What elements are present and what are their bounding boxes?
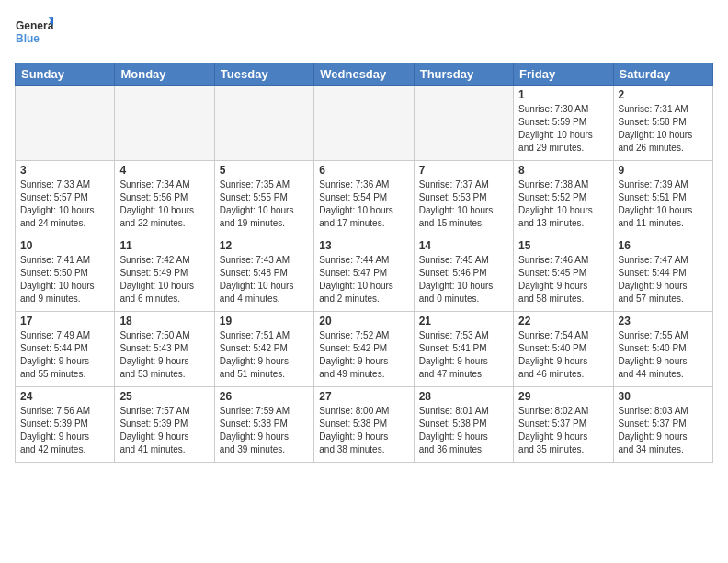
day-cell bbox=[414, 86, 513, 161]
day-cell: 9Sunrise: 7:39 AM Sunset: 5:51 PM Daylig… bbox=[613, 161, 712, 236]
week-row-3: 10Sunrise: 7:41 AM Sunset: 5:50 PM Dayli… bbox=[16, 236, 713, 312]
day-info: Sunrise: 7:52 AM Sunset: 5:42 PM Dayligh… bbox=[319, 329, 408, 381]
day-cell: 7Sunrise: 7:37 AM Sunset: 5:53 PM Daylig… bbox=[414, 161, 513, 236]
day-number: 28 bbox=[419, 390, 508, 403]
day-cell bbox=[16, 86, 115, 161]
day-number: 17 bbox=[20, 315, 109, 327]
calendar-table: SundayMondayTuesdayWednesdayThursdayFrid… bbox=[15, 63, 713, 463]
day-number: 3 bbox=[20, 164, 109, 177]
day-info: Sunrise: 8:00 AM Sunset: 5:38 PM Dayligh… bbox=[319, 405, 408, 456]
day-number: 16 bbox=[619, 239, 708, 252]
day-number: 25 bbox=[119, 390, 209, 403]
day-cell: 19Sunrise: 7:51 AM Sunset: 5:42 PM Dayli… bbox=[214, 312, 313, 387]
day-cell: 11Sunrise: 7:42 AM Sunset: 5:49 PM Dayli… bbox=[115, 236, 214, 312]
day-number: 21 bbox=[419, 315, 508, 327]
day-cell: 24Sunrise: 7:56 AM Sunset: 5:39 PM Dayli… bbox=[16, 387, 115, 463]
header: General Blue bbox=[15, 15, 713, 53]
day-info: Sunrise: 7:59 AM Sunset: 5:38 PM Dayligh… bbox=[220, 405, 309, 456]
day-info: Sunrise: 7:33 AM Sunset: 5:57 PM Dayligh… bbox=[20, 178, 109, 230]
day-cell: 3Sunrise: 7:33 AM Sunset: 5:57 PM Daylig… bbox=[16, 161, 115, 236]
day-info: Sunrise: 7:31 AM Sunset: 5:58 PM Dayligh… bbox=[619, 103, 708, 155]
day-number: 19 bbox=[220, 315, 309, 327]
day-number: 2 bbox=[619, 88, 708, 101]
day-number: 23 bbox=[619, 315, 708, 327]
day-cell: 14Sunrise: 7:45 AM Sunset: 5:46 PM Dayli… bbox=[414, 236, 513, 312]
day-info: Sunrise: 8:02 AM Sunset: 5:37 PM Dayligh… bbox=[518, 405, 608, 456]
day-cell: 20Sunrise: 7:52 AM Sunset: 5:42 PM Dayli… bbox=[314, 312, 414, 387]
day-info: Sunrise: 7:45 AM Sunset: 5:46 PM Dayligh… bbox=[419, 254, 508, 305]
day-number: 8 bbox=[518, 164, 608, 177]
day-cell: 30Sunrise: 8:03 AM Sunset: 5:37 PM Dayli… bbox=[613, 387, 712, 463]
day-info: Sunrise: 7:43 AM Sunset: 5:48 PM Dayligh… bbox=[220, 254, 309, 305]
day-number: 18 bbox=[119, 315, 209, 327]
day-info: Sunrise: 8:03 AM Sunset: 5:37 PM Dayligh… bbox=[619, 405, 708, 456]
day-number: 10 bbox=[20, 239, 109, 252]
day-number: 14 bbox=[419, 239, 508, 252]
week-row-4: 17Sunrise: 7:49 AM Sunset: 5:44 PM Dayli… bbox=[16, 312, 713, 387]
day-info: Sunrise: 7:37 AM Sunset: 5:53 PM Dayligh… bbox=[419, 178, 508, 230]
day-number: 26 bbox=[220, 390, 309, 403]
day-number: 1 bbox=[518, 88, 608, 101]
day-cell: 18Sunrise: 7:50 AM Sunset: 5:43 PM Dayli… bbox=[115, 312, 214, 387]
day-info: Sunrise: 7:34 AM Sunset: 5:56 PM Dayligh… bbox=[119, 178, 209, 230]
day-cell: 23Sunrise: 7:55 AM Sunset: 5:40 PM Dayli… bbox=[613, 312, 712, 387]
day-info: Sunrise: 7:35 AM Sunset: 5:55 PM Dayligh… bbox=[220, 178, 309, 230]
day-number: 22 bbox=[518, 315, 608, 327]
day-info: Sunrise: 7:53 AM Sunset: 5:41 PM Dayligh… bbox=[419, 329, 508, 381]
weekday-header-row: SundayMondayTuesdayWednesdayThursdayFrid… bbox=[16, 63, 713, 86]
day-info: Sunrise: 7:38 AM Sunset: 5:52 PM Dayligh… bbox=[518, 178, 608, 230]
day-number: 5 bbox=[220, 164, 309, 177]
day-info: Sunrise: 7:46 AM Sunset: 5:45 PM Dayligh… bbox=[518, 254, 608, 305]
day-number: 7 bbox=[419, 164, 508, 177]
day-cell bbox=[115, 86, 214, 161]
day-cell bbox=[214, 86, 313, 161]
day-number: 30 bbox=[619, 390, 708, 403]
logo: General Blue bbox=[15, 15, 53, 53]
day-number: 29 bbox=[518, 390, 608, 403]
day-number: 12 bbox=[220, 239, 309, 252]
svg-text:General: General bbox=[16, 19, 53, 32]
day-cell: 28Sunrise: 8:01 AM Sunset: 5:38 PM Dayli… bbox=[414, 387, 513, 463]
day-cell: 8Sunrise: 7:38 AM Sunset: 5:52 PM Daylig… bbox=[514, 161, 613, 236]
day-info: Sunrise: 7:30 AM Sunset: 5:59 PM Dayligh… bbox=[518, 103, 608, 155]
week-row-1: 1Sunrise: 7:30 AM Sunset: 5:59 PM Daylig… bbox=[16, 86, 713, 161]
day-number: 11 bbox=[119, 239, 209, 252]
day-number: 24 bbox=[20, 390, 109, 403]
day-info: Sunrise: 7:51 AM Sunset: 5:42 PM Dayligh… bbox=[220, 329, 309, 381]
day-cell: 6Sunrise: 7:36 AM Sunset: 5:54 PM Daylig… bbox=[314, 161, 414, 236]
weekday-friday: Friday bbox=[514, 63, 613, 86]
weekday-sunday: Sunday bbox=[16, 63, 115, 86]
day-info: Sunrise: 7:54 AM Sunset: 5:40 PM Dayligh… bbox=[518, 329, 608, 381]
day-cell: 10Sunrise: 7:41 AM Sunset: 5:50 PM Dayli… bbox=[16, 236, 115, 312]
day-info: Sunrise: 7:44 AM Sunset: 5:47 PM Dayligh… bbox=[319, 254, 408, 305]
day-cell: 12Sunrise: 7:43 AM Sunset: 5:48 PM Dayli… bbox=[214, 236, 313, 312]
day-number: 6 bbox=[319, 164, 408, 177]
logo-svg: General Blue bbox=[15, 15, 53, 53]
weekday-thursday: Thursday bbox=[414, 63, 513, 86]
day-cell: 25Sunrise: 7:57 AM Sunset: 5:39 PM Dayli… bbox=[115, 387, 214, 463]
day-info: Sunrise: 7:49 AM Sunset: 5:44 PM Dayligh… bbox=[20, 329, 109, 381]
day-info: Sunrise: 7:36 AM Sunset: 5:54 PM Dayligh… bbox=[319, 178, 408, 230]
day-number: 4 bbox=[119, 164, 209, 177]
day-cell: 15Sunrise: 7:46 AM Sunset: 5:45 PM Dayli… bbox=[514, 236, 613, 312]
day-info: Sunrise: 7:41 AM Sunset: 5:50 PM Dayligh… bbox=[20, 254, 109, 305]
weekday-saturday: Saturday bbox=[613, 63, 712, 86]
day-cell bbox=[314, 86, 414, 161]
day-info: Sunrise: 8:01 AM Sunset: 5:38 PM Dayligh… bbox=[419, 405, 508, 456]
day-info: Sunrise: 7:39 AM Sunset: 5:51 PM Dayligh… bbox=[619, 178, 708, 230]
weekday-monday: Monday bbox=[115, 63, 214, 86]
day-cell: 1Sunrise: 7:30 AM Sunset: 5:59 PM Daylig… bbox=[514, 86, 613, 161]
day-cell: 17Sunrise: 7:49 AM Sunset: 5:44 PM Dayli… bbox=[16, 312, 115, 387]
day-cell: 13Sunrise: 7:44 AM Sunset: 5:47 PM Dayli… bbox=[314, 236, 414, 312]
svg-text:Blue: Blue bbox=[16, 32, 40, 45]
day-cell: 27Sunrise: 8:00 AM Sunset: 5:38 PM Dayli… bbox=[314, 387, 414, 463]
day-info: Sunrise: 7:56 AM Sunset: 5:39 PM Dayligh… bbox=[20, 405, 109, 456]
day-number: 13 bbox=[319, 239, 408, 252]
day-info: Sunrise: 7:55 AM Sunset: 5:40 PM Dayligh… bbox=[619, 329, 708, 381]
day-cell: 2Sunrise: 7:31 AM Sunset: 5:58 PM Daylig… bbox=[613, 86, 712, 161]
day-cell: 29Sunrise: 8:02 AM Sunset: 5:37 PM Dayli… bbox=[514, 387, 613, 463]
weekday-tuesday: Tuesday bbox=[214, 63, 313, 86]
day-cell: 21Sunrise: 7:53 AM Sunset: 5:41 PM Dayli… bbox=[414, 312, 513, 387]
week-row-5: 24Sunrise: 7:56 AM Sunset: 5:39 PM Dayli… bbox=[16, 387, 713, 463]
day-cell: 16Sunrise: 7:47 AM Sunset: 5:44 PM Dayli… bbox=[613, 236, 712, 312]
